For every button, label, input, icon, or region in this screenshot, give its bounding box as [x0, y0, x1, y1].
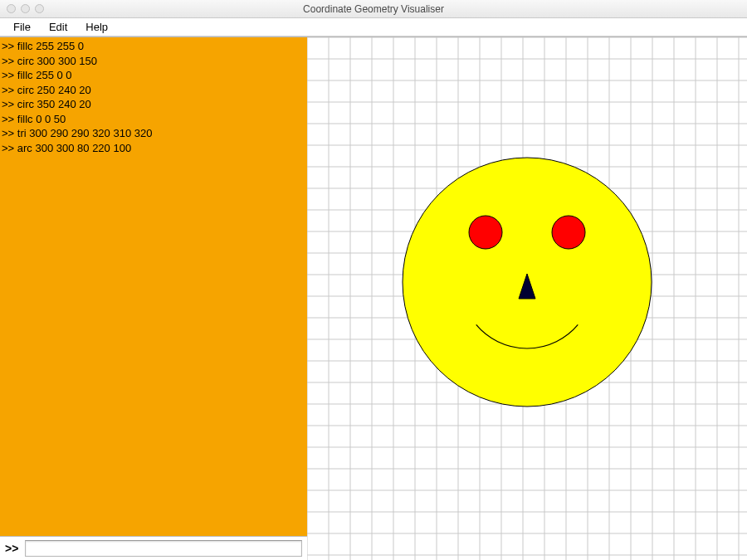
menu-edit[interactable]: Edit [41, 19, 76, 35]
zoom-window-button[interactable] [35, 4, 44, 13]
history-line: >> fillc 255 0 0 [2, 68, 305, 83]
svg-point-48 [552, 216, 585, 249]
content-row: >> fillc 255 255 0>> circ 300 300 150>> … [0, 37, 747, 560]
window-controls [7, 4, 44, 13]
svg-point-47 [469, 216, 502, 249]
shape-layer [307, 37, 747, 560]
titlebar: Coordinate Geometry Visualiser [0, 0, 747, 18]
history-line: >> circ 300 300 150 [2, 54, 305, 69]
history-line: >> fillc 0 0 50 [2, 112, 305, 127]
command-input[interactable] [25, 540, 302, 557]
app-window: Coordinate Geometry Visualiser File Edit… [0, 0, 747, 560]
menu-file[interactable]: File [5, 19, 39, 35]
command-history: >> fillc 255 255 0>> circ 300 300 150>> … [0, 37, 307, 537]
history-line: >> fillc 255 255 0 [2, 39, 305, 54]
history-line: >> arc 300 300 80 220 100 [2, 141, 305, 156]
menu-help[interactable]: Help [77, 19, 116, 35]
menu-bar: File Edit Help [0, 18, 747, 37]
history-line: >> circ 250 240 20 [2, 83, 305, 98]
minimize-window-button[interactable] [21, 4, 30, 13]
close-window-button[interactable] [7, 4, 16, 13]
left-column: >> fillc 255 255 0>> circ 300 300 150>> … [0, 37, 307, 560]
prompt-label: >> [3, 542, 20, 555]
history-line: >> tri 300 290 290 320 310 320 [2, 126, 305, 141]
prompt-row: >> [0, 537, 307, 560]
history-line: >> circ 350 240 20 [2, 97, 305, 112]
window-title: Coordinate Geometry Visualiser [0, 3, 747, 15]
drawing-canvas [307, 37, 747, 560]
